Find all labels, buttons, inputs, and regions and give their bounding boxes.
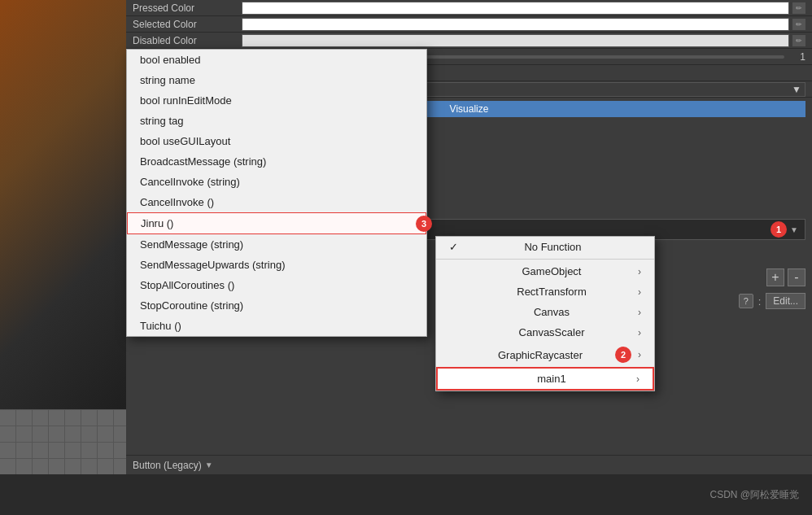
grid-preview bbox=[0, 409, 126, 474]
context-menu-item-1[interactable]: string name bbox=[127, 70, 426, 90]
dd-item-7[interactable]: main1› bbox=[436, 367, 654, 391]
context-menu-item-13[interactable]: Tuichu () bbox=[127, 316, 426, 336]
dd-item-label-0: No Function bbox=[524, 241, 581, 253]
remove-event-button[interactable]: - bbox=[788, 268, 805, 286]
help-button[interactable]: ? bbox=[739, 294, 753, 308]
selected-color-label: Selected Color bbox=[133, 19, 238, 30]
context-menu-item-5[interactable]: BroadcastMessage (string) bbox=[127, 151, 426, 172]
dd-arrow-icon-2: › bbox=[638, 266, 641, 277]
button-legacy-bar: Button (Legacy) ▼ bbox=[126, 455, 812, 474]
status-bar: CSDN @阿松爱睡觉 bbox=[0, 474, 812, 515]
button-legacy-label: Button (Legacy) bbox=[133, 460, 202, 471]
context-menu-item-2[interactable]: bool runInEditMode bbox=[127, 90, 426, 111]
context-menu-item-9[interactable]: SendMessage (string) bbox=[127, 234, 426, 255]
dd-arrow-icon-6: › bbox=[638, 349, 641, 360]
colon-separator: : bbox=[758, 295, 762, 308]
context-menu-left: bool enabledstring namebool runInEditMod… bbox=[126, 49, 427, 337]
context-menu-item-0[interactable]: bool enabled bbox=[127, 50, 426, 70]
dd-item-label-6: GraphicRaycaster bbox=[498, 349, 583, 361]
dd-item-label-7: main1 bbox=[537, 373, 565, 385]
dropdown-menu-right: No FunctionGameObject›RectTransform›Canv… bbox=[435, 236, 655, 391]
context-menu-item-12[interactable]: StopCoroutine (string) bbox=[127, 295, 426, 316]
dd-item-4[interactable]: Canvas› bbox=[436, 302, 654, 322]
dd-item-6[interactable]: GraphicRaycaster2› bbox=[436, 343, 654, 367]
dd-item-0[interactable]: No Function bbox=[436, 237, 654, 257]
badge-3: 3 bbox=[416, 216, 432, 232]
context-menu-item-3[interactable]: string tag bbox=[127, 111, 426, 131]
dd-arrow-icon-7: › bbox=[636, 373, 640, 385]
context-menu-item-11[interactable]: StopAllCoroutines () bbox=[127, 275, 426, 295]
context-menu-item-10[interactable]: SendMessageUpwards (string) bbox=[127, 255, 426, 275]
disabled-color-row: Disabled Color ✏ bbox=[126, 33, 812, 49]
selected-color-edit-icon[interactable]: ✏ bbox=[792, 19, 805, 30]
dd-arrow-icon-5: › bbox=[638, 327, 641, 338]
navigation-dropdown-arrow: ▼ bbox=[792, 84, 801, 95]
pressed-color-box[interactable] bbox=[242, 2, 789, 15]
pressed-color-edit-icon[interactable]: ✏ bbox=[792, 2, 805, 14]
dd-item-label-2: GameObject bbox=[522, 265, 582, 277]
dd-separator-1 bbox=[436, 259, 654, 260]
csdn-watermark: CSDN @阿松爱睡觉 bbox=[709, 488, 799, 502]
pressed-color-label: Pressed Color bbox=[133, 2, 238, 14]
selected-color-box[interactable] bbox=[242, 18, 789, 31]
context-menu-item-4[interactable]: bool useGUILayout bbox=[127, 131, 426, 151]
plus-minus-row: + - bbox=[766, 268, 805, 286]
dd-item-label-4: Canvas bbox=[534, 306, 570, 318]
dd-arrow-icon-4: › bbox=[638, 307, 641, 318]
selected-color-row: Selected Color ✏ bbox=[126, 16, 812, 33]
bottom-controls: ? : Edit... bbox=[739, 293, 805, 309]
context-menu-item-6[interactable]: CancelInvoke (string) bbox=[127, 172, 426, 192]
edit-button[interactable]: Edit... bbox=[766, 293, 805, 309]
dd-item-label-3: RectTransform bbox=[517, 286, 586, 298]
disabled-color-label: Disabled Color bbox=[133, 35, 238, 46]
scene-view-panel: ⧉ 👤 bbox=[0, 0, 126, 472]
disabled-color-box[interactable] bbox=[242, 34, 789, 47]
context-menu-item-7[interactable]: CancelInvoke () bbox=[127, 192, 426, 212]
badge-1: 1 bbox=[771, 221, 787, 238]
no-function-arrow-icon: ▼ bbox=[790, 225, 798, 234]
dd-item-5[interactable]: CanvasScaler› bbox=[436, 322, 654, 343]
button-legacy-dropdown-icon[interactable]: ▼ bbox=[205, 460, 213, 469]
dd-badge-2: 2 bbox=[615, 347, 631, 363]
dd-item-2[interactable]: GameObject› bbox=[436, 261, 654, 282]
disabled-color-edit-icon[interactable]: ✏ bbox=[792, 35, 805, 46]
context-menu-item-8[interactable]: Jinru ()3 bbox=[127, 212, 426, 234]
dd-item-3[interactable]: RectTransform› bbox=[436, 282, 654, 302]
dd-item-label-5: CanvasScaler bbox=[519, 326, 585, 338]
dd-arrow-icon-3: › bbox=[638, 286, 641, 298]
scene-background bbox=[0, 0, 126, 472]
slider-value: 1 bbox=[789, 51, 805, 63]
add-event-button[interactable]: + bbox=[766, 268, 784, 286]
pressed-color-row: Pressed Color ✏ bbox=[126, 0, 812, 16]
